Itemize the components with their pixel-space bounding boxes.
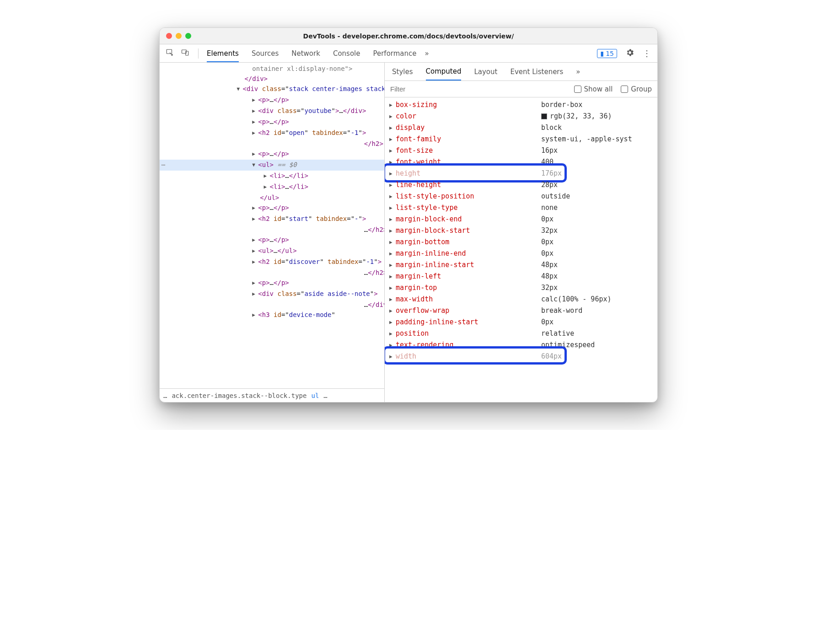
dom-line[interactable]: ▶<h3 id="device-mode" — [160, 310, 384, 321]
dom-line[interactable]: ▶<div class="aside aside--note"> — [160, 289, 384, 300]
property-row[interactable]: ▶text-renderingoptimizespeed — [389, 339, 653, 351]
property-name: list-style-position — [396, 191, 474, 202]
disclosure-icon[interactable]: ▶ — [389, 191, 396, 202]
dom-line[interactable]: ▶<li>…</li> — [160, 171, 384, 182]
property-row[interactable]: ▶margin-bottom0px — [389, 236, 653, 248]
property-row[interactable]: ▶colorrgb(32, 33, 36) — [389, 111, 653, 122]
property-row[interactable]: ▶positionrelative — [389, 328, 653, 339]
disclosure-icon[interactable]: ▶ — [389, 271, 396, 282]
gear-icon[interactable] — [625, 48, 634, 59]
tab-sources[interactable]: Sources — [252, 49, 279, 58]
property-row[interactable]: ▶overflow-wrapbreak-word — [389, 305, 653, 317]
dom-line[interactable]: ⋯ ▼<ul> == $0 — [160, 160, 384, 171]
property-row[interactable]: ▶margin-block-start32px — [389, 225, 653, 236]
dom-line[interactable]: …</h2> — [160, 268, 384, 278]
dom-line[interactable]: …</h2> — [160, 225, 384, 235]
dom-line[interactable]: ▼<div class="stack center-images stack--… — [160, 84, 384, 95]
property-row[interactable]: ▶font-size16px — [389, 145, 653, 156]
property-row[interactable]: ▶displayblock — [389, 122, 653, 134]
zoom-icon[interactable] — [185, 33, 191, 39]
dom-line[interactable]: ▶<li>…</li> — [160, 182, 384, 193]
property-row[interactable]: ▶height176px — [389, 168, 653, 179]
more-icon[interactable]: ⋮ — [643, 48, 652, 58]
dom-line[interactable]: ▶<p>…</p> — [160, 149, 384, 160]
disclosure-icon[interactable]: ▶ — [389, 236, 396, 248]
dom-line[interactable]: ▶<p>…</p> — [160, 95, 384, 106]
tab-performance[interactable]: Performance — [373, 49, 416, 58]
disclosure-icon[interactable]: ▶ — [389, 99, 396, 111]
subtab-computed[interactable]: Computed — [426, 67, 462, 80]
filter-input[interactable] — [390, 85, 566, 93]
computed-properties[interactable]: ▶box-sizingborder-box▶colorrgb(32, 33, 3… — [385, 97, 657, 402]
property-name: max-width — [396, 294, 433, 305]
dom-line[interactable]: ▶<h2 id="start" tabindex="-"> — [160, 214, 384, 225]
dom-line[interactable]: </h2> — [160, 139, 384, 149]
dom-line[interactable]: ▶<p>…</p> — [160, 278, 384, 289]
property-row[interactable]: ▶margin-left48px — [389, 271, 653, 282]
dom-line[interactable]: ▶<p>…</p> — [160, 117, 384, 128]
disclosure-icon[interactable]: ▶ — [389, 294, 396, 305]
overflow-icon[interactable]: » — [425, 49, 429, 58]
property-row[interactable]: ▶margin-inline-end0px — [389, 248, 653, 259]
property-row[interactable]: ▶padding-inline-start0px — [389, 317, 653, 328]
dom-line[interactable]: …</div> — [160, 300, 384, 310]
breadcrumb[interactable]: … ack.center-images.stack--block.type ul… — [160, 388, 384, 402]
disclosure-icon[interactable]: ▶ — [389, 214, 396, 225]
property-row[interactable]: ▶line-height28px — [389, 179, 653, 191]
dom-line[interactable]: </ul> — [160, 193, 384, 203]
subtab-styles[interactable]: Styles — [392, 68, 413, 76]
disclosure-icon[interactable]: ▶ — [389, 134, 396, 145]
disclosure-icon[interactable]: ▶ — [389, 122, 396, 134]
group-checkbox[interactable]: Group — [621, 85, 652, 93]
disclosure-icon[interactable]: ▶ — [389, 145, 396, 156]
dom-line[interactable]: ▶<h2 id="discover" tabindex="-1"> — [160, 257, 384, 268]
tab-network[interactable]: Network — [291, 49, 320, 58]
subtab-event-listeners[interactable]: Event Listeners — [510, 68, 563, 76]
disclosure-icon[interactable]: ▶ — [389, 168, 396, 179]
property-row[interactable]: ▶margin-top32px — [389, 282, 653, 294]
dom-tree[interactable]: ontainer xl:display-none"> </div> ▼<div … — [160, 63, 384, 388]
dom-line[interactable]: ▶<ul>…</ul> — [160, 246, 384, 257]
disclosure-icon[interactable]: ▶ — [389, 156, 396, 168]
property-row[interactable]: ▶font-familysystem-ui, -apple-syst — [389, 134, 653, 145]
disclosure-icon[interactable]: ▶ — [389, 339, 396, 351]
dom-line[interactable]: ▶<p>…</p> — [160, 203, 384, 214]
dom-line[interactable]: </div> — [160, 74, 384, 84]
breadcrumb-current[interactable]: ul — [311, 392, 319, 399]
property-row[interactable]: ▶list-style-typenone — [389, 202, 653, 214]
breadcrumb-path[interactable]: ack.center-images.stack--block.type — [172, 392, 306, 399]
dom-line[interactable]: ▶<p>…</p> — [160, 235, 384, 246]
device-toggle-icon[interactable] — [181, 48, 190, 59]
property-row[interactable]: ▶list-style-positionoutside — [389, 191, 653, 202]
property-row[interactable]: ▶max-widthcalc(100% - 96px) — [389, 294, 653, 305]
tab-console[interactable]: Console — [333, 49, 360, 58]
disclosure-icon[interactable]: ▶ — [389, 328, 396, 339]
disclosure-icon[interactable]: ▶ — [389, 351, 396, 362]
issues-badge[interactable]: ▮ 15 — [597, 49, 617, 58]
show-all-checkbox[interactable]: Show all — [574, 85, 613, 93]
dom-line[interactable]: ▶<div class="youtube">…</div> — [160, 106, 384, 117]
disclosure-icon[interactable]: ▶ — [389, 248, 396, 259]
close-icon[interactable] — [166, 33, 172, 39]
disclosure-icon[interactable]: ▶ — [389, 317, 396, 328]
disclosure-icon[interactable]: ▶ — [389, 282, 396, 294]
property-row[interactable]: ▶box-sizingborder-box — [389, 99, 653, 111]
inspect-icon[interactable] — [165, 48, 174, 59]
disclosure-icon[interactable]: ▶ — [389, 179, 396, 191]
dom-line[interactable]: ontainer xl:display-none"> — [160, 64, 384, 74]
dom-line[interactable]: ▶<h2 id="open" tabindex="-1"> — [160, 128, 384, 139]
disclosure-icon[interactable]: ▶ — [389, 259, 396, 271]
minimize-icon[interactable] — [176, 33, 182, 39]
property-row[interactable]: ▶margin-block-end0px — [389, 214, 653, 225]
property-row[interactable]: ▶font-weight400 — [389, 156, 653, 168]
disclosure-icon[interactable]: ▶ — [389, 305, 396, 317]
property-name: box-sizing — [396, 99, 437, 111]
disclosure-icon[interactable]: ▶ — [389, 202, 396, 214]
tab-elements[interactable]: Elements — [207, 49, 239, 62]
overflow-icon[interactable]: » — [576, 68, 580, 76]
property-row[interactable]: ▶margin-inline-start48px — [389, 259, 653, 271]
disclosure-icon[interactable]: ▶ — [389, 111, 396, 122]
property-row[interactable]: ▶width604px — [389, 351, 653, 362]
subtab-layout[interactable]: Layout — [474, 68, 497, 76]
disclosure-icon[interactable]: ▶ — [389, 225, 396, 236]
